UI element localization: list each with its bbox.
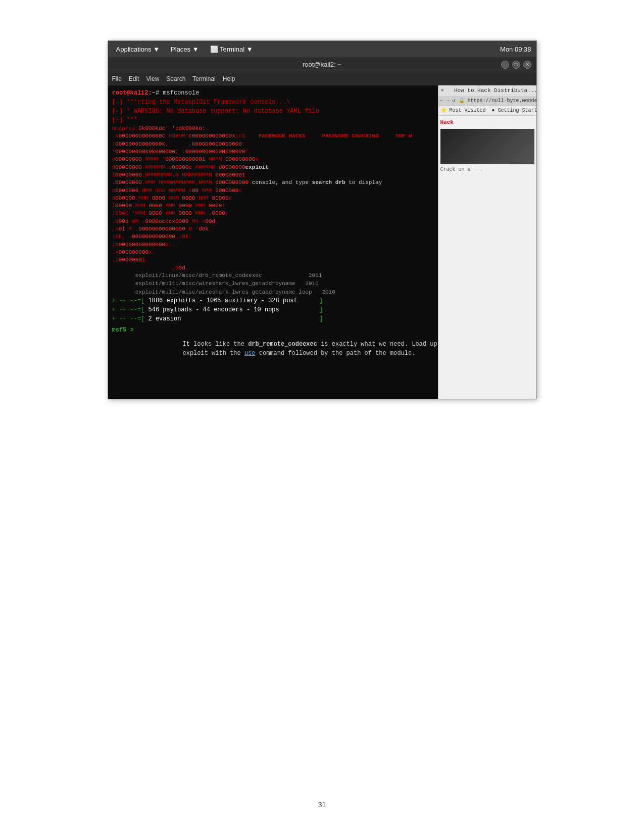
- close-button[interactable]: ✕: [523, 61, 531, 69]
- browser-nav-bar: ← → ↺ 🔒 https://null-byte.wonderhowto.co…: [438, 97, 536, 106]
- browser-bookmarks: ⭐ Most Visited ● Getting Started ╲ Kali …: [438, 106, 536, 116]
- browser-url-bar: × How to Hack Distributa...: [438, 85, 536, 97]
- applications-menu[interactable]: Applications ▼: [113, 44, 163, 54]
- terminal-window: root@kali2: ~ — □ ✕ File Edit View Searc…: [108, 57, 536, 399]
- browser-overlay: × How to Hack Distributa... ← → ↺ 🔒 http…: [438, 85, 536, 399]
- places-menu[interactable]: Places ▼: [168, 44, 202, 54]
- window-controls: — □ ✕: [501, 61, 531, 69]
- browser-content: Hack Crack on a ...: [438, 116, 536, 176]
- side-text: Crack on a ...: [440, 166, 534, 173]
- page-container: Applications ▼ Places ▼ ⬜ Terminal ▼ Mon…: [0, 0, 644, 834]
- screenshot-area: Applications ▼ Places ▼ ⬜ Terminal ▼ Mon…: [108, 40, 537, 399]
- page-number: 31: [318, 801, 326, 809]
- minimize-button[interactable]: —: [501, 61, 509, 69]
- terminal-title-bar: root@kali2: ~ — □ ✕: [108, 57, 536, 72]
- kali-panel-left: Applications ▼ Places ▼ ⬜ Terminal ▼: [113, 44, 256, 54]
- menu-search[interactable]: Search: [166, 75, 185, 82]
- kali-panel: Applications ▼ Places ▼ ⬜ Terminal ▼ Mon…: [108, 41, 536, 57]
- terminal-menu-bar: File Edit View Search Terminal Help: [108, 72, 536, 85]
- terminal-content[interactable]: root@kali2:~# msfconsole [-] ***rting th…: [108, 85, 536, 399]
- menu-edit[interactable]: Edit: [129, 75, 139, 82]
- menu-help[interactable]: Help: [223, 75, 235, 82]
- terminal-menu[interactable]: ⬜ Terminal ▼: [207, 44, 256, 54]
- prompt-user: root@kali2: [112, 89, 148, 97]
- menu-view[interactable]: View: [146, 75, 160, 82]
- hack-thumbnail: [440, 129, 534, 164]
- menu-file[interactable]: File: [112, 75, 122, 82]
- menu-terminal[interactable]: Terminal: [192, 75, 215, 82]
- terminal-title: root@kali2: ~: [143, 61, 501, 68]
- kali-clock: Mon 09:38: [500, 45, 531, 53]
- maximize-button[interactable]: □: [512, 61, 520, 69]
